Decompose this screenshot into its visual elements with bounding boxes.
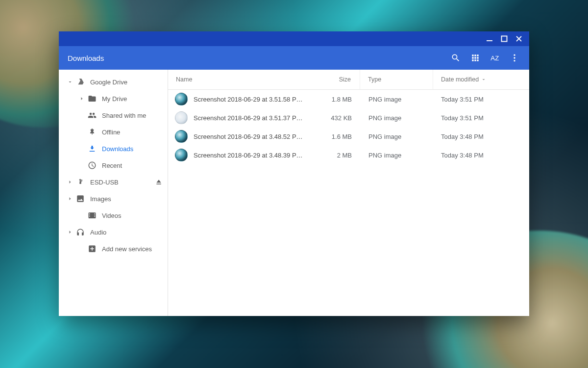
file-type: PNG image xyxy=(361,133,433,140)
sidebar-item-label: Videos xyxy=(102,212,164,219)
sort-button[interactable]: AZ xyxy=(485,48,505,68)
chevron-right-icon[interactable] xyxy=(77,94,86,103)
minimize-icon xyxy=(486,35,493,42)
usb-icon xyxy=(75,177,85,187)
sidebar-item-add-new-services[interactable]: Add new services xyxy=(62,240,168,257)
sidebar-item-videos[interactable]: Videos xyxy=(62,207,168,224)
image-icon xyxy=(75,194,85,204)
chevron-right-icon[interactable] xyxy=(66,228,74,237)
svg-point-4 xyxy=(514,60,515,61)
file-thumbnail xyxy=(175,93,188,105)
file-date: Today 3:51 PM xyxy=(433,96,529,103)
window-minimize-button[interactable] xyxy=(482,31,497,46)
window-maximize-button[interactable] xyxy=(497,31,512,46)
window-titlebar xyxy=(59,31,529,46)
download-icon xyxy=(87,144,97,154)
column-headers: Name Size Type Date modified xyxy=(168,70,529,90)
file-list-panel: Name Size Type Date modified Screenshot … xyxy=(168,70,529,316)
sidebar-item-shared-with-me[interactable]: Shared with me xyxy=(62,107,168,124)
sidebar-item-esd-usb[interactable]: ESD-USB xyxy=(62,174,168,190)
svg-point-3 xyxy=(514,57,515,58)
file-name: Screenshot 2018-06-29 at 3.48.52 PM.png xyxy=(194,133,305,140)
file-date: Today 3:48 PM xyxy=(433,133,529,140)
sidebar-item-label: Shared with me xyxy=(102,112,164,119)
column-header-date-modified[interactable]: Date modified xyxy=(433,76,529,83)
sort-desc-icon xyxy=(481,77,487,82)
chevron-right-icon[interactable] xyxy=(66,178,74,186)
file-size: 1.6 MB xyxy=(305,133,361,140)
file-thumbnail xyxy=(175,130,188,143)
grid-view-icon xyxy=(470,53,480,63)
page-title: Downloads xyxy=(68,54,446,62)
svg-point-2 xyxy=(514,54,515,56)
sidebar-item-downloads[interactable]: Downloads xyxy=(62,140,168,157)
people-icon xyxy=(87,110,97,120)
column-header-size[interactable]: Size xyxy=(304,70,360,89)
folder-icon xyxy=(87,94,97,104)
more-vert-icon xyxy=(510,53,519,63)
sidebar-item-label: Audio xyxy=(90,229,164,236)
file-type: PNG image xyxy=(361,152,433,159)
sidebar-item-audio[interactable]: Audio xyxy=(62,224,168,240)
file-name: Screenshot 2018-06-29 at 3.51.37 PM.png xyxy=(194,114,305,122)
search-icon xyxy=(451,53,461,63)
sidebar-item-label: Google Drive xyxy=(90,79,164,86)
file-name: Screenshot 2018-06-29 at 3.48.39 PM.png xyxy=(194,152,305,159)
file-type: PNG image xyxy=(361,114,433,122)
sidebar-item-label: Offline xyxy=(102,129,164,136)
file-row[interactable]: Screenshot 2018-06-29 at 3.48.52 PM.png … xyxy=(168,127,529,146)
file-size: 1.8 MB xyxy=(305,96,361,103)
maximize-icon xyxy=(501,35,508,42)
window-body: Google Drive My Drive Shar xyxy=(59,70,529,316)
sidebar-item-images[interactable]: Images xyxy=(62,190,168,207)
file-size: 432 KB xyxy=(305,114,361,122)
sidebar-item-my-drive[interactable]: My Drive xyxy=(62,90,168,107)
headphones-icon xyxy=(75,227,85,237)
file-date: Today 3:48 PM xyxy=(433,152,529,159)
search-button[interactable] xyxy=(446,48,466,68)
column-header-label: Date modified xyxy=(441,76,479,83)
sort-label: AZ xyxy=(490,54,499,62)
file-size: 2 MB xyxy=(305,152,361,159)
file-name: Screenshot 2018-06-29 at 3.51.58 PM.png xyxy=(194,96,305,103)
file-row[interactable]: Screenshot 2018-06-29 at 3.51.58 PM.png … xyxy=(168,90,529,108)
sidebar-item-label: My Drive xyxy=(102,95,164,103)
sidebar-item-label: Downloads xyxy=(102,145,164,153)
file-type: PNG image xyxy=(361,96,433,103)
add-box-icon xyxy=(87,244,97,254)
sidebar-item-label: ESD-USB xyxy=(90,179,154,186)
eject-icon xyxy=(155,178,163,186)
svg-rect-0 xyxy=(487,40,492,41)
chevron-down-icon[interactable] xyxy=(66,78,74,86)
more-options-button[interactable] xyxy=(505,48,524,68)
close-icon xyxy=(515,35,522,42)
files-window: Downloads AZ xyxy=(59,31,529,316)
chevron-right-icon[interactable] xyxy=(66,194,74,203)
file-rows: Screenshot 2018-06-29 at 3.51.58 PM.png … xyxy=(168,90,529,316)
clock-icon xyxy=(87,160,97,170)
sidebar-item-label: Images xyxy=(90,195,164,203)
drive-icon xyxy=(75,77,85,87)
desktop-wallpaper: { "window": { "title": "Downloads" }, "t… xyxy=(0,0,588,368)
sidebar-item-label: Recent xyxy=(102,162,164,169)
sidebar-item-label: Add new services xyxy=(102,245,164,253)
svg-rect-1 xyxy=(502,36,507,42)
window-close-button[interactable] xyxy=(512,31,526,46)
sidebar-item-offline[interactable]: Offline xyxy=(62,124,168,140)
file-row[interactable]: Screenshot 2018-06-29 at 3.51.37 PM.png … xyxy=(168,108,529,127)
column-header-type[interactable]: Type xyxy=(360,70,433,89)
sidebar-item-google-drive[interactable]: Google Drive xyxy=(62,74,168,90)
sidebar-item-recent[interactable]: Recent xyxy=(62,157,168,174)
column-header-name[interactable]: Name xyxy=(168,76,304,83)
pin-icon xyxy=(87,127,97,137)
file-thumbnail xyxy=(175,111,188,124)
view-toggle-button[interactable] xyxy=(466,48,485,68)
app-toolbar: Downloads AZ xyxy=(59,46,529,70)
file-thumbnail xyxy=(175,149,188,161)
file-row[interactable]: Screenshot 2018-06-29 at 3.48.39 PM.png … xyxy=(168,146,529,164)
video-icon xyxy=(87,210,97,220)
eject-button[interactable] xyxy=(154,177,164,187)
sidebar: Google Drive My Drive Shar xyxy=(59,70,168,316)
file-date: Today 3:51 PM xyxy=(433,114,529,122)
